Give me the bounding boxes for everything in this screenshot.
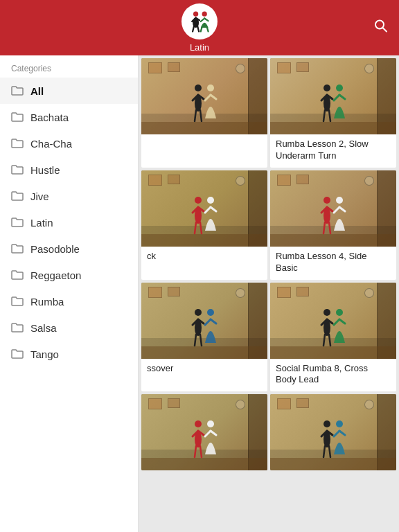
video-info: ck <box>141 247 267 268</box>
app-title: Latin <box>190 42 209 53</box>
svg-line-45 <box>329 222 330 233</box>
video-thumbnail <box>270 170 396 247</box>
wall-clock <box>364 176 374 186</box>
wall-clock <box>236 176 245 186</box>
video-card[interactable]: ck <box>141 170 267 280</box>
svg-line-8 <box>204 18 208 21</box>
svg-point-31 <box>195 197 202 204</box>
sidebar-item-label: All <box>30 85 44 97</box>
sidebar-item-label: Rumba <box>30 296 64 308</box>
categories-label: Categories <box>0 55 138 78</box>
folder-icon <box>11 321 24 334</box>
wall-frame-1 <box>148 62 162 73</box>
svg-point-64 <box>336 309 343 316</box>
video-card[interactable]: ssover <box>141 283 267 392</box>
video-title: Rumba Lesson 2, Slow Underarm Turn <box>276 139 391 162</box>
svg-line-75 <box>211 431 216 435</box>
svg-line-29 <box>334 95 339 100</box>
sidebar-item-label: Bachata <box>30 112 69 123</box>
svg-line-84 <box>339 431 345 435</box>
logo-icon <box>187 9 212 34</box>
sidebar-item-hustle[interactable]: Hustle <box>0 157 138 183</box>
wall-frame-2 <box>296 175 309 184</box>
wall-frame-2 <box>296 287 309 296</box>
folder-icon <box>11 137 24 150</box>
thumb-bg <box>141 394 267 470</box>
wall-frame-1 <box>148 175 162 186</box>
svg-point-13 <box>195 85 202 91</box>
dancers-svg <box>316 307 351 352</box>
wall-clock <box>364 288 374 298</box>
video-thumbnail <box>141 58 267 134</box>
svg-point-6 <box>202 11 207 16</box>
video-info: ssover <box>141 359 267 380</box>
sidebar-item-label: Cha-Cha <box>30 138 72 150</box>
video-thumbnail <box>141 283 267 359</box>
video-card[interactable] <box>141 394 267 470</box>
thumb-bg <box>270 283 396 359</box>
folder-icon <box>11 348 24 360</box>
video-card[interactable]: Social Rumba 8, Cross Body Lead <box>270 283 396 392</box>
svg-line-47 <box>334 207 339 213</box>
svg-line-53 <box>195 335 196 346</box>
folder-icon <box>11 163 24 176</box>
logo-wrap: Latin <box>181 3 218 53</box>
svg-line-57 <box>211 319 216 323</box>
video-card[interactable]: Rumba Lesson 2, Slow Underarm Turn <box>270 58 396 168</box>
svg-point-40 <box>323 197 330 204</box>
sidebar-item-label: Reggaeton <box>30 269 81 281</box>
svg-line-71 <box>195 446 196 457</box>
svg-line-44 <box>323 222 325 233</box>
sidebar-item-tango[interactable]: Tango <box>0 341 138 367</box>
wall-frame-2 <box>168 175 180 184</box>
svg-line-65 <box>334 319 339 325</box>
wall-frame-1 <box>277 398 291 409</box>
sidebar-item-reggaeton[interactable]: Reggaeton <box>0 262 138 288</box>
dancers-svg <box>316 418 351 463</box>
folder-icon <box>11 85 24 97</box>
wall-clock <box>364 64 374 73</box>
svg-line-36 <box>200 222 202 233</box>
svg-point-49 <box>195 309 202 316</box>
app-logo <box>181 3 218 39</box>
video-card[interactable]: Rumba Lesson 4, Side Basic <box>270 170 396 280</box>
video-card[interactable] <box>141 58 267 168</box>
wall-frame-2 <box>168 62 180 72</box>
sidebar: Categories All Bachata Cha-Cha Hustle <box>0 55 139 532</box>
sidebar-item-jive[interactable]: Jive <box>0 183 138 209</box>
folder-icon <box>11 216 24 229</box>
svg-line-17 <box>195 110 196 121</box>
dancers-svg <box>316 195 351 240</box>
sidebar-item-salsa[interactable]: Salsa <box>0 314 138 341</box>
wall-frame-1 <box>148 287 162 298</box>
svg-point-11 <box>375 21 384 29</box>
sidebar-item-rumba[interactable]: Rumba <box>0 288 138 314</box>
wall-clock <box>236 400 245 409</box>
svg-line-72 <box>200 446 202 457</box>
video-info: Social Rumba 8, Cross Body Lead <box>270 359 396 392</box>
sidebar-item-pasodoble[interactable]: Pasodoble <box>0 236 138 262</box>
wall-frame-1 <box>277 287 291 298</box>
svg-line-20 <box>205 95 211 100</box>
search-button[interactable] <box>374 19 388 37</box>
video-title: Social Rumba 8, Cross Body Lead <box>276 363 391 387</box>
svg-point-76 <box>323 420 330 427</box>
video-title: ssover <box>147 363 262 375</box>
video-thumbnail <box>270 394 396 470</box>
wall-frame-1 <box>277 175 291 186</box>
svg-line-10 <box>207 27 209 31</box>
video-card[interactable] <box>270 394 396 470</box>
sidebar-item-bachata[interactable]: Bachata <box>0 104 138 130</box>
svg-line-81 <box>329 446 330 457</box>
dancers-svg <box>187 418 222 463</box>
svg-point-73 <box>207 420 214 427</box>
svg-point-55 <box>207 309 214 316</box>
sidebar-item-latin[interactable]: Latin <box>0 209 138 236</box>
svg-line-38 <box>205 207 211 213</box>
sidebar-item-all[interactable]: All <box>0 78 138 104</box>
svg-point-46 <box>336 197 343 204</box>
sidebar-item-cha-cha[interactable]: Cha-Cha <box>0 130 138 157</box>
dancers-svg <box>316 82 351 127</box>
svg-point-22 <box>323 85 330 91</box>
svg-line-83 <box>334 431 339 436</box>
